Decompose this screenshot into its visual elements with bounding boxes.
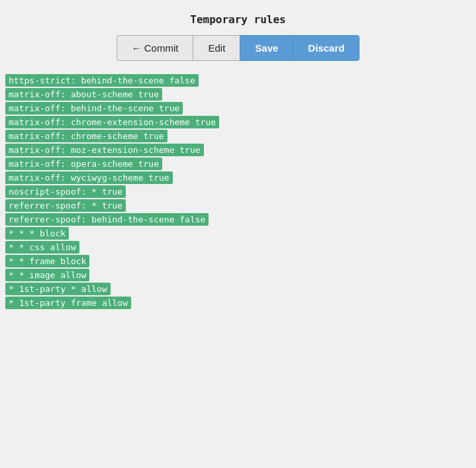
commit-button[interactable]: ← Commit [117,35,194,61]
toolbar: ← Commit Edit Save Discard [0,35,476,61]
list-item: matrix-off: opera-scheme true [5,158,162,170]
list-item: referrer-spoof: behind-the-scene false [5,213,209,226]
rules-container: https-strict: behind-the-scene falsematr… [0,73,476,310]
list-item: * * * block [5,227,69,240]
commit-label: Commit [144,42,179,54]
edit-button[interactable]: Edit [193,35,240,61]
list-item: * * image allow [5,269,89,281]
discard-label: Discard [308,42,344,54]
edit-label: Edit [208,42,225,54]
discard-button[interactable]: Discard [293,35,359,61]
list-item: matrix-off: behind-the-scene true [5,102,183,115]
commit-arrow-icon: ← [132,42,142,54]
save-label: Save [255,42,278,54]
list-item: matrix-off: about-scheme true [5,88,162,101]
list-item: * 1st-party frame allow [5,297,131,309]
list-item: referrer-spoof: * true [5,199,126,212]
list-item: * 1st-party * allow [5,283,111,295]
save-button[interactable]: Save [240,35,293,61]
list-item: https-strict: behind-the-scene false [5,74,199,87]
page-title: Temporary rules [190,13,286,26]
list-item: noscript-spoof: * true [5,185,126,198]
list-item: matrix-off: chrome-scheme true [5,130,167,142]
list-item: matrix-off: moz-extension-scheme true [5,144,204,156]
list-item: matrix-off: chrome-extension-scheme true [5,116,219,128]
header: Temporary rules [0,0,476,35]
list-item: * * frame block [5,255,89,267]
list-item: matrix-off: wyciwyg-scheme true [5,171,173,184]
list-item: * * css allow [5,241,79,254]
